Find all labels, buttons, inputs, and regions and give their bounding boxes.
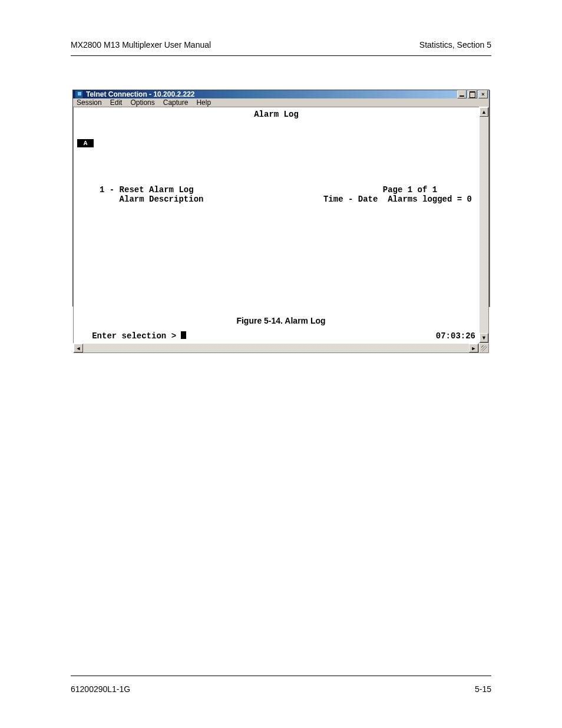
horizontal-scrollbar[interactable]: ◄ ► [73,343,479,353]
footer-left: 61200290L1-1G [71,684,130,694]
minimize-button[interactable] [457,90,467,98]
app-icon [75,90,83,98]
cursor-icon [181,331,186,339]
menu-edit[interactable]: Edit [110,98,123,107]
menu-session[interactable]: Session [77,98,102,107]
terminal-right-block: Page 1 of 1 Time - Date Alarms logged = … [323,185,472,204]
scroll-right-button[interactable]: ► [469,344,478,353]
terminal-left-block: 1 - Reset Alarm Log Alarm Description [100,185,203,204]
terminal-title: Alarm Log [74,110,479,119]
scroll-up-button[interactable]: ▲ [480,107,488,117]
telnet-window: Telnet Connection - 10.200.2.222 × Sessi… [72,90,490,307]
menu-options[interactable]: Options [130,98,154,107]
terminal-prompt[interactable]: Enter selection > [77,331,186,341]
close-button[interactable]: × [478,90,488,98]
terminal-badge: A [77,139,94,147]
window-title: Telnet Connection - 10.200.2.222 [86,90,195,98]
menu-bar: Session Edit Options Capture Help [73,98,489,107]
terminal-clock: 07:03:26 [436,331,475,341]
scroll-down-button[interactable]: ▼ [480,333,488,342]
vertical-scrollbar[interactable]: ▲ ▼ [479,107,489,343]
vscroll-track[interactable] [480,117,488,333]
footer-rule [71,676,491,676]
window-controls: × [456,90,488,98]
hscroll-track[interactable] [83,344,469,353]
maximize-button[interactable] [468,90,477,98]
footer-right: 5-15 [475,684,491,694]
figure-caption: Figure 5-14. Alarm Log [71,316,491,325]
resize-grip[interactable] [479,343,489,353]
title-bar[interactable]: Telnet Connection - 10.200.2.222 × [73,90,489,98]
menu-capture[interactable]: Capture [163,98,189,107]
terminal[interactable]: Alarm Log A 1 - Reset Alarm Log Alarm De… [73,107,479,343]
page-header: MX2800 M13 Multiplexer User Manual Stati… [71,40,491,50]
scroll-left-button[interactable]: ◄ [74,344,83,353]
header-left: MX2800 M13 Multiplexer User Manual [71,40,211,50]
menu-help[interactable]: Help [196,98,211,107]
page-footer: 61200290L1-1G 5-15 [71,684,491,694]
header-rule [71,55,491,56]
header-right: Statistics, Section 5 [419,40,491,50]
